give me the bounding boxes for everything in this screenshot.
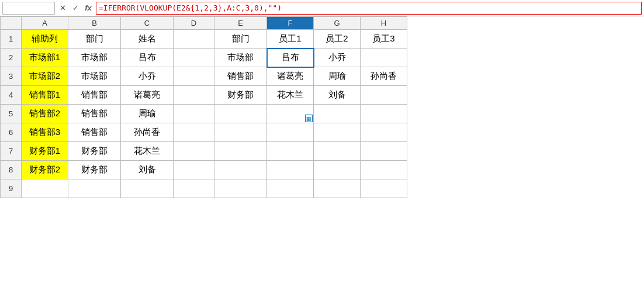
table-row: 3市场部2市场部小乔销售部诸葛亮周瑜孙尚香 (1, 67, 407, 86)
cell-r8-c8[interactable] (361, 161, 407, 179)
cell-r8-c5[interactable] (214, 161, 267, 179)
row-num-6: 6 (1, 123, 22, 142)
table-row: 5销售部2销售部周瑜▦ (1, 105, 407, 123)
cell-r2-c5[interactable]: 市场部 (214, 49, 267, 67)
col-header-b[interactable]: B (68, 17, 121, 30)
cell-r2-c6[interactable]: 吕布 (267, 49, 314, 67)
cell-r8-c4[interactable] (174, 161, 214, 179)
cell-r6-c7[interactable] (314, 123, 361, 142)
cell-r4-c6[interactable]: 花木兰 (267, 86, 314, 105)
spreadsheet: A B C D E F G H 1辅助列部门姓名部门员工1员工2员工32市场部1… (0, 16, 644, 198)
cell-r4-c7[interactable]: 刘备 (314, 86, 361, 105)
cell-r7-c8[interactable] (361, 142, 407, 161)
cell-r4-c3[interactable]: 诸葛亮 (121, 86, 174, 105)
cell-r6-c2[interactable]: 销售部 (68, 123, 121, 142)
cell-r8-c1[interactable]: 财务部2 (22, 161, 68, 179)
cell-r3-c6[interactable]: 诸葛亮 (267, 67, 314, 86)
cell-r9-c6[interactable] (267, 179, 314, 198)
smart-tag-icon[interactable]: ▦ (305, 115, 313, 122)
cell-r6-c3[interactable]: 孙尚香 (121, 123, 174, 142)
cell-r5-c3[interactable]: 周瑜 (121, 105, 174, 123)
formula-icons: ✕ ✓ fx (57, 3, 94, 13)
cell-r2-c1[interactable]: 市场部1 (22, 49, 68, 67)
cell-r1-c4[interactable] (174, 30, 214, 49)
cell-r3-c3[interactable]: 小乔 (121, 67, 174, 86)
cell-r9-c8[interactable] (361, 179, 407, 198)
cell-r9-c5[interactable] (214, 179, 267, 198)
cell-r5-c8[interactable] (361, 105, 407, 123)
cell-r5-c1[interactable]: 销售部2 (22, 105, 68, 123)
col-header-d[interactable]: D (174, 17, 214, 30)
cell-r4-c4[interactable] (174, 86, 214, 105)
cell-r4-c2[interactable]: 销售部 (68, 86, 121, 105)
table-row: 7财务部1财务部花木兰 (1, 142, 407, 161)
cell-r7-c2[interactable]: 财务部 (68, 142, 121, 161)
cell-r6-c4[interactable] (174, 123, 214, 142)
cell-r8-c2[interactable]: 财务部 (68, 161, 121, 179)
cell-r2-c3[interactable]: 吕布 (121, 49, 174, 67)
cell-r3-c2[interactable]: 市场部 (68, 67, 121, 86)
cell-r1-c7[interactable]: 员工2 (314, 30, 361, 49)
cell-r1-c3[interactable]: 姓名 (121, 30, 174, 49)
cell-r2-c8[interactable] (361, 49, 407, 67)
cell-r4-c8[interactable] (361, 86, 407, 105)
cell-r3-c1[interactable]: 市场部2 (22, 67, 68, 86)
cell-r1-c5[interactable]: 部门 (214, 30, 267, 49)
cell-r5-c5[interactable] (214, 105, 267, 123)
col-header-c[interactable]: C (121, 17, 174, 30)
cell-r3-c5[interactable]: 销售部 (214, 67, 267, 86)
cell-r6-c8[interactable] (361, 123, 407, 142)
cell-r9-c7[interactable] (314, 179, 361, 198)
cell-r5-c7[interactable] (314, 105, 361, 123)
cell-r9-c1[interactable] (22, 179, 68, 198)
cell-r8-c6[interactable] (267, 161, 314, 179)
cell-r7-c3[interactable]: 花木兰 (121, 142, 174, 161)
cell-r4-c5[interactable]: 财务部 (214, 86, 267, 105)
cell-r8-c7[interactable] (314, 161, 361, 179)
cell-r1-c8[interactable]: 员工3 (361, 30, 407, 49)
cell-r3-c4[interactable] (174, 67, 214, 86)
cell-reference-box[interactable] (2, 2, 55, 15)
confirm-icon[interactable]: ✓ (70, 3, 81, 13)
corner-cell (1, 17, 22, 30)
cell-r1-c1[interactable]: 辅助列 (22, 30, 68, 49)
col-header-f[interactable]: F (267, 17, 314, 30)
cell-r6-c1[interactable]: 销售部3 (22, 123, 68, 142)
cell-r3-c8[interactable]: 孙尚香 (361, 67, 407, 86)
col-header-e[interactable]: E (214, 17, 267, 30)
cell-r2-c2[interactable]: 市场部 (68, 49, 121, 67)
cell-r5-c4[interactable] (174, 105, 214, 123)
cell-r3-c7[interactable]: 周瑜 (314, 67, 361, 86)
cell-r9-c2[interactable] (68, 179, 121, 198)
row-num-5: 5 (1, 105, 22, 123)
cell-r6-c5[interactable] (214, 123, 267, 142)
cell-r5-c6[interactable]: ▦ (267, 105, 314, 123)
cell-r1-c2[interactable]: 部门 (68, 30, 121, 49)
cell-r4-c1[interactable]: 销售部1 (22, 86, 68, 105)
col-header-h[interactable]: H (361, 17, 407, 30)
cancel-icon[interactable]: ✕ (57, 3, 68, 13)
row-num-8: 8 (1, 161, 22, 179)
cell-r2-c7[interactable]: 小乔 (314, 49, 361, 67)
spreadsheet-table: A B C D E F G H 1辅助列部门姓名部门员工1员工2员工32市场部1… (0, 16, 407, 198)
cell-r1-c6[interactable]: 员工1 (267, 30, 314, 49)
cell-r9-c4[interactable] (174, 179, 214, 198)
cell-r7-c4[interactable] (174, 142, 214, 161)
col-header-g[interactable]: G (314, 17, 361, 30)
fx-icon[interactable]: fx (83, 3, 94, 13)
cell-r7-c7[interactable] (314, 142, 361, 161)
col-header-a[interactable]: A (22, 17, 68, 30)
formula-input[interactable] (96, 2, 642, 15)
cell-r9-c3[interactable] (121, 179, 174, 198)
table-row: 2市场部1市场部吕布市场部吕布小乔 (1, 49, 407, 67)
cell-r7-c6[interactable] (267, 142, 314, 161)
cell-r5-c2[interactable]: 销售部 (68, 105, 121, 123)
formula-bar: ✕ ✓ fx (0, 0, 644, 16)
cell-r2-c4[interactable] (174, 49, 214, 67)
row-num-2: 2 (1, 49, 22, 67)
cell-r6-c6[interactable] (267, 123, 314, 142)
cell-r8-c3[interactable]: 刘备 (121, 161, 174, 179)
table-row: 8财务部2财务部刘备 (1, 161, 407, 179)
cell-r7-c1[interactable]: 财务部1 (22, 142, 68, 161)
cell-r7-c5[interactable] (214, 142, 267, 161)
